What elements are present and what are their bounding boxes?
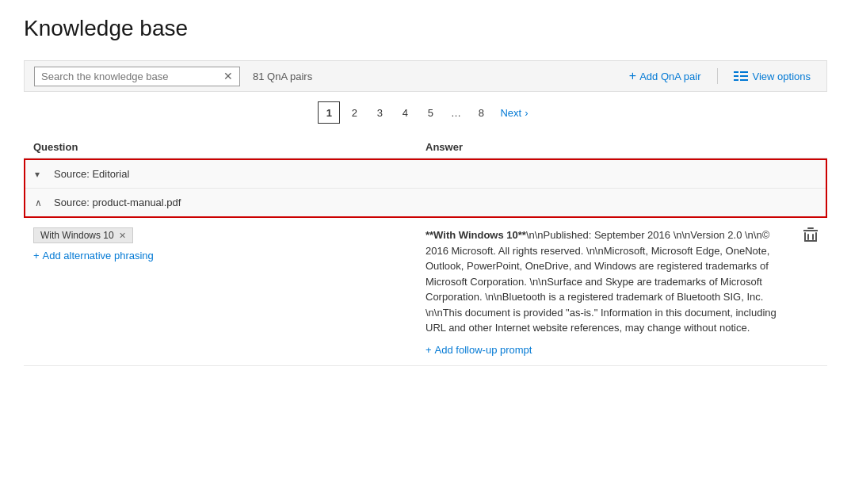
- page-container: Knowledge base ✕ 81 QnA pairs + Add QnA …: [0, 0, 851, 382]
- view-options-icon: [734, 71, 748, 82]
- chevron-right-icon: ›: [525, 107, 528, 119]
- pagination: 1 2 3 4 5 … 8 Next ›: [24, 101, 827, 124]
- chevron-down-icon: ▾: [35, 169, 48, 180]
- add-followup-label: Add follow-up prompt: [435, 344, 532, 356]
- source-product-manual-row[interactable]: ∧ Source: product-manual.pdf: [25, 189, 826, 216]
- delete-button[interactable]: [803, 227, 818, 246]
- next-label: Next: [500, 107, 521, 119]
- svg-rect-2: [734, 75, 738, 77]
- search-clear-button[interactable]: ✕: [223, 71, 233, 82]
- qna-count: 81 QnA pairs: [253, 71, 312, 82]
- view-options-label: View options: [753, 71, 811, 82]
- svg-rect-12: [812, 234, 814, 240]
- page-title: Knowledge base: [24, 16, 827, 41]
- qna-content-row: With Windows 10 ✕ + Add alternative phra…: [24, 218, 827, 366]
- add-phrasing-label: Add alternative phrasing: [43, 250, 154, 262]
- svg-rect-7: [803, 230, 818, 231]
- trash-icon: [803, 232, 818, 246]
- answer-text: **With Windows 10**\n\nPublished: Septem…: [426, 227, 792, 336]
- page-button-2[interactable]: 2: [343, 101, 365, 124]
- chevron-up-icon: ∧: [35, 197, 48, 208]
- svg-rect-10: [804, 240, 817, 242]
- plus-phrasing-icon: +: [33, 250, 40, 262]
- page-button-1[interactable]: 1: [318, 101, 340, 124]
- page-button-ellipsis: …: [445, 101, 467, 124]
- table-header: Question Answer: [24, 136, 827, 158]
- page-button-8[interactable]: 8: [470, 101, 492, 124]
- add-qna-button[interactable]: + Add QnA pair: [623, 66, 708, 86]
- add-qna-label: Add QnA pair: [639, 71, 700, 82]
- tag-close-button[interactable]: ✕: [119, 231, 126, 241]
- next-page-button[interactable]: Next ›: [495, 104, 532, 122]
- svg-rect-4: [734, 79, 738, 81]
- add-followup-button[interactable]: + Add follow-up prompt: [426, 344, 532, 356]
- question-tag-text: With Windows 10: [40, 230, 114, 241]
- col-question-header: Question: [33, 141, 426, 153]
- source-editorial-row[interactable]: ▾ Source: Editorial: [25, 160, 826, 189]
- col-answer-header: Answer: [426, 141, 818, 153]
- answer-bold-title: **With Windows 10**: [426, 229, 526, 241]
- svg-rect-11: [807, 234, 809, 240]
- add-phrasing-button[interactable]: + Add alternative phrasing: [33, 250, 154, 262]
- source-product-manual-label: Source: product-manual.pdf: [54, 197, 181, 208]
- plus-followup-icon: +: [426, 344, 432, 356]
- search-box: ✕: [34, 67, 240, 86]
- svg-rect-5: [740, 79, 748, 81]
- source-editorial-label: Source: Editorial: [54, 168, 129, 180]
- toolbar: ✕ 81 QnA pairs + Add QnA pair View optio…: [24, 60, 827, 92]
- plus-icon: +: [629, 69, 636, 83]
- search-input[interactable]: [41, 71, 219, 82]
- answer-cell: **With Windows 10**\n\nPublished: Septem…: [426, 227, 818, 356]
- page-button-5[interactable]: 5: [419, 101, 441, 124]
- source-group: ▾ Source: Editorial ∧ Source: product-ma…: [24, 158, 827, 218]
- svg-rect-0: [734, 71, 738, 73]
- page-button-3[interactable]: 3: [368, 101, 391, 124]
- question-cell: With Windows 10 ✕ + Add alternative phra…: [33, 227, 426, 262]
- toolbar-divider: [717, 68, 718, 84]
- question-tag: With Windows 10 ✕: [33, 227, 133, 243]
- svg-rect-3: [740, 75, 748, 77]
- svg-rect-1: [740, 71, 748, 73]
- svg-rect-6: [807, 227, 814, 229]
- page-button-4[interactable]: 4: [394, 101, 416, 124]
- question-tag-container: With Windows 10 ✕: [33, 227, 413, 250]
- view-options-button[interactable]: View options: [727, 67, 817, 86]
